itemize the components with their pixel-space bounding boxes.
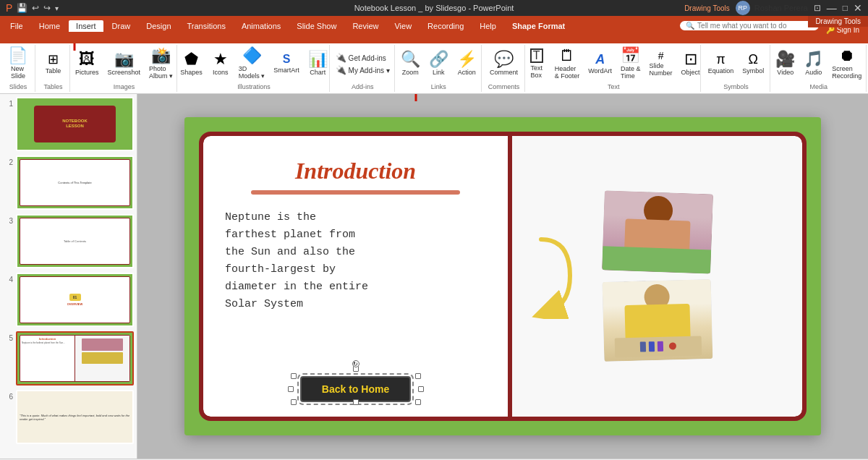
slide-thumb-3[interactable]: 3 Table of Contents — [3, 214, 134, 268]
slide-thumb-4[interactable]: 4 01 OVERVIEW — [3, 273, 134, 327]
tab-review[interactable]: Review — [345, 20, 386, 32]
tab-insert[interactable]: Insert — [69, 20, 103, 32]
selection-handle-ml[interactable] — [288, 386, 294, 392]
title-underline — [251, 190, 460, 195]
chart-button[interactable]: 📊 Chart — [305, 46, 331, 81]
title-bar: P 💾 ↩ ↪ ▾ Notebook Lesson _ by Slidesgo … — [0, 0, 868, 16]
slide-img-6: "This is a quote. Much of what makes thi… — [16, 390, 134, 444]
photo-album-button[interactable]: 📸 PhotoAlbum ▾ — [145, 46, 176, 81]
maximize-button[interactable]: □ — [843, 3, 848, 13]
table-button[interactable]: ⊞ Table — [40, 46, 66, 81]
selection-handle-tl[interactable] — [291, 373, 297, 379]
book: Introduction Neptune is the farthest pla… — [199, 132, 807, 421]
get-addins-icon: 🔌 — [336, 53, 346, 63]
links-group-label: Links — [431, 83, 446, 90]
ribbon-group-media: 🎥 Video 🎵 Audio ⏺ ScreenRecording Media — [772, 45, 867, 92]
tab-animations[interactable]: Animations — [234, 20, 288, 32]
illustrations-group-label: Illustrations — [237, 83, 271, 90]
zoom-button[interactable]: 🔍 Zoom — [397, 46, 424, 81]
slides-panel: 1 NOTEBOOKLESSON 2 Contents of This Temp… — [0, 94, 137, 459]
back-to-home-button[interactable]: Back to Home — [300, 376, 411, 402]
tab-transitions[interactable]: Transitions — [180, 20, 233, 32]
search-area[interactable]: 🔍 — [680, 21, 819, 30]
book-right-page — [512, 136, 802, 417]
comment-button[interactable]: 💬 Comment — [486, 46, 522, 81]
selection-handle-br[interactable] — [415, 399, 421, 405]
slide-title: Introduction — [225, 158, 486, 184]
smartart-icon: S — [283, 54, 291, 65]
slide-thumb-5[interactable]: 5 Introduction Neptune is the farthest p… — [3, 331, 134, 386]
wordart-button[interactable]: A WordArt — [584, 46, 616, 81]
shapes-button[interactable]: ⬟ Shapes — [176, 46, 206, 81]
tab-home[interactable]: Home — [32, 20, 67, 32]
search-icon: 🔍 — [686, 22, 694, 30]
ribbon-tab-area: Drawing Tools File Home Insert Draw Desi… — [0, 16, 868, 43]
window-title: Notebook Lesson _ by Slidesgo - PowerPoi… — [354, 4, 514, 12]
action-arrow-indicator — [405, 94, 427, 103]
3d-models-button[interactable]: 🔷 3DModels ▾ — [235, 46, 269, 81]
symbols-group-label: Symbols — [723, 83, 749, 90]
action-button[interactable]: ⚡ Action — [454, 46, 480, 81]
smartart-button[interactable]: S SmartArt — [270, 46, 303, 81]
header-footer-button[interactable]: 🗒 Header& Footer — [551, 46, 584, 81]
video-button[interactable]: 🎥 Video — [772, 46, 799, 81]
screenshot-button[interactable]: 📷 Screenshot — [104, 46, 145, 81]
selection-handle-bm[interactable] — [353, 399, 359, 405]
my-addins-button[interactable]: 🔌 My Add-ins ▾ — [333, 64, 392, 76]
photo-frame-2 — [602, 279, 712, 362]
title-bar-right: Drawing Tools RP Roshan Perera ⊡ — □ ✕ — [684, 1, 862, 15]
text-box-icon: T — [530, 48, 543, 63]
tab-shape-format[interactable]: Shape Format — [505, 20, 572, 32]
ribbon-group-slides: 📄 NewSlide Slides — [1, 45, 35, 92]
equation-button[interactable]: π Equation — [705, 46, 738, 81]
slide-number-button[interactable]: # SlideNumber — [646, 46, 676, 81]
table-icon: ⊞ — [48, 53, 59, 66]
rotate-handle[interactable]: ↻ — [352, 360, 359, 367]
quick-access-redo[interactable]: ↪ — [43, 3, 51, 13]
object-button[interactable]: ⊡ Object — [678, 46, 704, 81]
tab-recording[interactable]: Recording — [420, 20, 471, 32]
tab-view[interactable]: View — [387, 20, 419, 32]
slide-img-3: Table of Contents — [16, 214, 134, 268]
symbol-button[interactable]: Ω Symbol — [739, 46, 767, 81]
close-button[interactable]: ✕ — [854, 2, 862, 14]
tab-draw[interactable]: Draw — [105, 20, 138, 32]
new-slide-button[interactable]: 📄 NewSlide — [4, 46, 31, 81]
back-btn-label: Back to Home — [322, 383, 389, 395]
pictures-button[interactable]: 🖼 Pictures — [72, 46, 103, 81]
addins-group-label: Add-ins — [352, 83, 374, 90]
audio-button[interactable]: 🎵 Audio — [800, 46, 827, 81]
date-time-button[interactable]: 📅 Date &Time — [617, 46, 644, 81]
text-box-button[interactable]: T TextBox — [524, 46, 550, 81]
ribbon-display-options[interactable]: ⊡ — [814, 3, 821, 13]
quick-access-undo[interactable]: ↩ — [32, 3, 39, 13]
selection-handle-bl[interactable] — [291, 399, 297, 405]
photo-album-icon: 📸 — [151, 48, 171, 64]
pictures-icon: 🖼 — [79, 51, 95, 67]
tab-file[interactable]: File — [3, 20, 30, 32]
slide-thumb-2[interactable]: 2 Contents of This Template — [3, 156, 134, 210]
user-area: RP Roshan Perera — [736, 1, 808, 15]
tab-help[interactable]: Help — [472, 20, 503, 32]
minimize-button[interactable]: — — [827, 2, 837, 14]
get-addins-button[interactable]: 🔌 Get Add-ins — [333, 52, 392, 64]
slide-num-5: 5 — [3, 334, 13, 342]
icons-button[interactable]: ★ Icons — [208, 46, 234, 81]
title-bar-left: P 💾 ↩ ↪ ▾ — [6, 2, 59, 14]
slide-img-4: 01 OVERVIEW — [16, 273, 134, 327]
screen-recording-button[interactable]: ⏺ ScreenRecording — [828, 46, 865, 81]
ribbon-group-tables: ⊞ Table Tables — [37, 45, 70, 92]
tab-design[interactable]: Design — [139, 20, 178, 32]
tab-slideshow[interactable]: Slide Show — [289, 20, 344, 32]
chart-icon: 📊 — [308, 51, 328, 67]
selection-handle-tr[interactable] — [415, 373, 421, 379]
slide-thumb-6[interactable]: 6 "This is a quote. Much of what makes t… — [3, 390, 134, 444]
link-button[interactable]: 🔗 Link — [425, 46, 452, 81]
slide-thumb-1[interactable]: 1 NOTEBOOKLESSON — [3, 97, 134, 151]
selection-handle-mr[interactable] — [418, 386, 424, 392]
customize-qat[interactable]: ▾ — [55, 4, 59, 12]
slide-number-icon: # — [658, 51, 664, 61]
quick-access-save[interactable]: 💾 — [17, 3, 27, 13]
search-input[interactable] — [697, 22, 813, 30]
right-photos — [603, 192, 712, 360]
